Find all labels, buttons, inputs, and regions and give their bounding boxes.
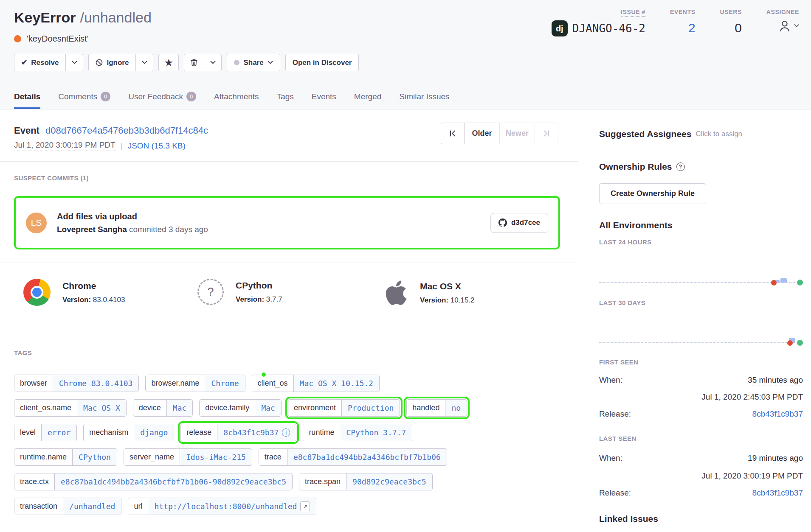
tab-comments[interactable]: Comments0 <box>58 92 110 109</box>
tag-value-link[interactable]: CPython <box>72 449 117 465</box>
tags-heading: TAGS <box>14 349 32 356</box>
oldest-event-button[interactable] <box>441 123 465 144</box>
tag-value-link[interactable]: Idos-iMac-215 <box>180 449 252 465</box>
tag-value-link[interactable]: http://localhost:8000/unhandled↗ <box>148 498 316 515</box>
suggested-assignees-hint: Click to assign <box>696 130 742 138</box>
suggested-assignees-title: Suggested Assignees <box>599 129 691 139</box>
tag-value-link[interactable]: Chrome <box>205 375 245 392</box>
context-name: CPython <box>236 280 282 291</box>
share-button[interactable]: Share <box>227 54 280 71</box>
tag-level: levelerror <box>14 424 77 441</box>
tag-device.family: device.familyMac <box>199 399 282 417</box>
last-24-hours-label: LAST 24 HOURS <box>599 238 803 246</box>
commit-sha-button[interactable]: d3d7cee <box>490 213 548 233</box>
tag-key: environment <box>288 400 341 416</box>
tag-row: trace.ctxe8c87ba1dc494bb2a4346bcfbf7b1b0… <box>14 473 467 490</box>
issue-header: KeyError/unhandled 'keyDoesntExist' ✔ Re… <box>0 0 811 109</box>
older-event-button[interactable]: Older <box>464 123 500 144</box>
tag-row: transaction/unhandledurlhttp://localhost… <box>14 498 467 515</box>
issue-type: KeyError <box>14 9 76 25</box>
tag-server_name: server_nameIdos-iMac-215 <box>124 448 252 466</box>
tab-details[interactable]: Details <box>14 92 40 109</box>
last-seen-absolute: Jul 1, 2020 3:00:19 PM PDT <box>599 471 803 481</box>
ignore-button[interactable]: Ignore <box>88 54 136 71</box>
error-level-dot <box>14 35 21 42</box>
tag-value-link[interactable]: e8c87ba1dc494bb2a4346bcfbf7b1b06-90d892c… <box>54 473 292 490</box>
issue-location: /unhandled <box>80 9 152 25</box>
context-name: Mac OS X <box>420 281 475 291</box>
tag-value-link[interactable]: Mac OS X 10.15.2 <box>293 375 379 392</box>
bookmark-star-button[interactable]: ★ <box>158 54 179 71</box>
tag-value-link[interactable]: Chrome 83.0.4103 <box>53 375 138 392</box>
tag-key: browser <box>14 375 53 392</box>
tag-value-link[interactable]: Mac <box>166 400 193 416</box>
star-icon: ★ <box>165 58 173 68</box>
last-seen-release-link[interactable]: 8cb43f1c9b37 <box>752 488 803 498</box>
tag-value-link[interactable]: no <box>445 400 467 416</box>
event-json-link[interactable]: JSON (15.3 KB) <box>128 141 186 151</box>
event-bar <box>780 278 787 283</box>
green-annotation-dot <box>262 372 266 377</box>
tag-value-link[interactable]: CPython 3.7.7 <box>340 424 412 441</box>
events-count-link[interactable]: 2 <box>688 21 696 35</box>
tag-value-link[interactable]: Production <box>341 400 400 416</box>
tab-tags[interactable]: Tags <box>277 92 294 109</box>
assignee-dropdown[interactable] <box>778 20 799 32</box>
delete-dropdown-button[interactable] <box>204 54 222 71</box>
github-icon <box>498 218 507 227</box>
tag-value-link[interactable]: django <box>134 424 174 441</box>
tag-runtime.name: runtime.nameCPython <box>14 448 117 466</box>
issue-short-id: DJANGO-46-2 <box>572 22 645 35</box>
event-pagination: Older Newer <box>441 123 558 144</box>
resolve-dropdown-button[interactable] <box>65 54 83 71</box>
tag-value-link[interactable]: /unhandled <box>63 498 121 515</box>
tag-key: runtime <box>303 424 340 441</box>
commit-meta: Lovepreet Sangha committed 3 days ago <box>57 225 480 234</box>
first-seen-marker-icon <box>771 280 777 286</box>
stat-assignee: ASSIGNEE <box>766 8 799 36</box>
ignore-dropdown-button[interactable] <box>135 54 153 71</box>
tag-key: handled <box>407 400 445 416</box>
tab-similar-issues[interactable]: Similar Issues <box>399 92 449 109</box>
tag-value-link[interactable]: 8cb43f1c9b37i <box>217 424 296 441</box>
tag-value-link[interactable]: 90d892c9eace3bc5 <box>346 473 432 490</box>
question-circle-icon[interactable]: ? <box>676 162 685 171</box>
section-divider <box>0 335 578 335</box>
create-ownership-rule-button[interactable]: Create Ownership Rule <box>599 183 706 204</box>
tag-value-link[interactable]: e8c87ba1dc494bb2a4346bcfbf7b1b06 <box>287 449 447 465</box>
tag-trace.ctx: trace.ctxe8c87ba1dc494bb2a4346bcfbf7b1b0… <box>14 473 293 490</box>
event-id-link[interactable]: d08d7667e4a5476eb3b3db6d7f14c84c <box>45 125 208 136</box>
tag-row: runtime.nameCPythonserver_nameIdos-iMac-… <box>14 448 467 466</box>
context-browser: Chrome Version: 83.0.4103 <box>23 279 125 306</box>
newest-event-button[interactable] <box>535 123 558 144</box>
external-link-icon[interactable]: ↗ <box>300 501 310 511</box>
check-icon: ✔ <box>21 58 27 67</box>
issue-number-label: ISSUE # <box>621 8 645 17</box>
delete-button[interactable] <box>184 54 204 71</box>
skip-to-last-icon <box>543 130 550 137</box>
tab-events[interactable]: Events <box>312 92 336 109</box>
last-seen-marker-icon <box>797 340 803 346</box>
stat-issue: ISSUE # dj DJANGO-46-2 <box>552 8 645 36</box>
stat-events: EVENTS 2 <box>670 8 696 36</box>
first-seen-release-link[interactable]: 8cb43f1c9b37 <box>752 409 803 419</box>
context-version: Version: 3.7.7 <box>236 295 282 304</box>
resolve-button[interactable]: ✔ Resolve <box>14 54 66 71</box>
tab-merged[interactable]: Merged <box>354 92 381 109</box>
open-in-discover-button[interactable]: Open in Discover <box>285 54 359 71</box>
tag-value-link[interactable]: Mac OS X <box>77 400 126 416</box>
info-circle-icon[interactable]: i <box>282 428 290 437</box>
tag-value-link[interactable]: Mac <box>255 400 281 416</box>
chrome-logo-icon <box>23 279 51 306</box>
tag-handled-highlighted: handledno <box>406 399 467 417</box>
newer-event-button[interactable]: Newer <box>499 123 535 144</box>
share-status-dot-icon <box>234 60 239 65</box>
commit-title: Add files via upload <box>57 212 480 221</box>
tab-user-feedback[interactable]: User Feedback0 <box>128 92 196 109</box>
tag-key: mechanism <box>84 424 134 441</box>
action-toolbar: ✔ Resolve Ignore ★ <box>14 54 359 71</box>
section-divider <box>0 263 578 263</box>
tag-value-link[interactable]: error <box>41 424 76 441</box>
tab-attachments[interactable]: Attachments <box>214 92 259 109</box>
tags-list: browserChrome 83.0.4103browser.nameChrom… <box>14 375 467 515</box>
